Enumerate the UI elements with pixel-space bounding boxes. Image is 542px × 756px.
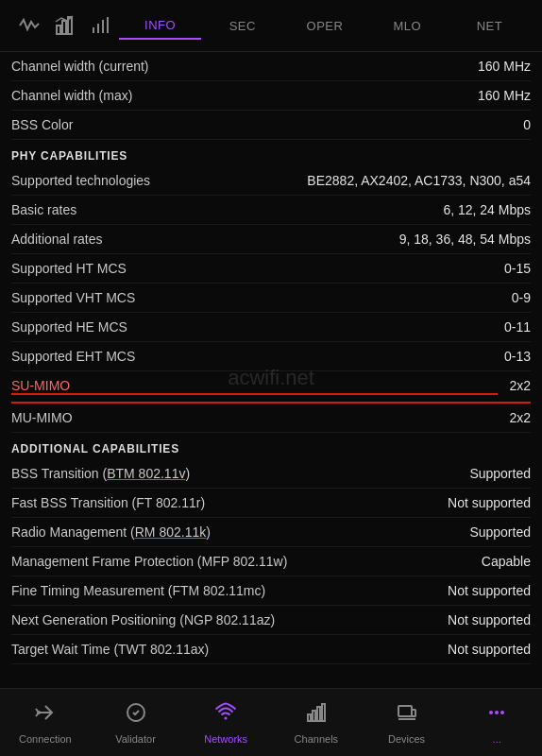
nav-validator[interactable]: Validator — [91, 696, 181, 750]
row-fast-bss: Fast BSS Transition (FT 802.11r) Not sup… — [11, 489, 531, 518]
svg-rect-14 — [398, 706, 412, 716]
additional-section-header: ADDITIONAL CAPABILITIES — [11, 433, 531, 459]
row-mu-mimo: MU-MIMO 2x2 — [11, 404, 531, 433]
link-rm[interactable]: RM 802.11k — [135, 524, 206, 540]
tab-mlo[interactable]: MLO — [366, 13, 449, 39]
channels-icon — [305, 701, 328, 730]
value-channel-width-max: 160 MHz — [478, 88, 531, 103]
nav-more[interactable]: ... — [451, 696, 542, 750]
svg-rect-0 — [57, 26, 60, 34]
value-he-mcs: 0-11 — [504, 319, 531, 335]
nav-networks-label: Networks — [204, 733, 247, 745]
label-fast-bss: Fast BSS Transition (FT 802.11r) — [11, 495, 436, 510]
row-additional-rates: Additional rates 9, 18, 36, 48, 54 Mbps — [11, 225, 531, 254]
value-mfp: Capable — [482, 554, 531, 569]
value-radio-mgmt: Supported — [469, 524, 531, 540]
nav-channels[interactable]: Channels — [271, 696, 362, 750]
row-vht-mcs: Supported VHT MCS 0-9 — [11, 284, 531, 313]
row-channel-width-max: Channel width (max) 160 MHz — [11, 81, 531, 111]
phy-section-header: PHY CAPABILITIES — [11, 140, 531, 166]
svg-rect-10 — [308, 714, 311, 721]
row-he-mcs: Supported HE MCS 0-11 — [11, 313, 531, 342]
label-he-mcs: Supported HE MCS — [11, 319, 493, 335]
value-su-mimo: 2x2 — [509, 378, 531, 393]
row-su-mimo: SU-MIMO 2x2 — [11, 371, 531, 404]
nav-validator-label: Validator — [115, 733, 156, 745]
tab-graph1[interactable] — [11, 8, 47, 43]
row-supported-tech: Supported technologies BE2882, AX2402, A… — [11, 166, 531, 196]
label-bss-color: BSS Color — [11, 117, 512, 132]
wifi-icon — [214, 701, 237, 730]
row-ngp: Next Generation Positioning (NGP 802.11a… — [11, 606, 531, 635]
svg-point-17 — [489, 711, 493, 714]
top-nav: INFO SEC OPER MLO NET — [0, 0, 542, 52]
label-ht-mcs: Supported HT MCS — [11, 261, 493, 276]
svg-rect-11 — [313, 711, 315, 721]
row-bss-color: BSS Color 0 — [11, 111, 531, 140]
nav-channels-label: Channels — [295, 733, 338, 745]
validator-icon — [125, 701, 147, 730]
nav-more-label: ... — [493, 733, 501, 745]
row-ftm: Fine Timing Measurement (FTM 802.11mc) N… — [11, 576, 531, 606]
label-additional-rates: Additional rates — [11, 232, 388, 247]
tab-oper[interactable]: OPER — [283, 13, 365, 39]
devices-icon — [396, 701, 418, 730]
row-eht-mcs: Supported EHT MCS 0-13 — [11, 342, 531, 371]
nav-connection-label: Connection — [19, 733, 72, 745]
tab-bars[interactable] — [83, 8, 119, 43]
label-channel-width-max: Channel width (max) — [11, 88, 466, 103]
label-radio-mgmt: Radio Management (RM 802.11k) — [11, 524, 458, 540]
value-eht-mcs: 0-13 — [504, 349, 531, 364]
label-channel-width-current: Channel width (current) — [11, 59, 466, 74]
value-bss-color: 0 — [523, 117, 531, 132]
tab-net[interactable]: NET — [449, 13, 531, 39]
label-bss-transition: BSS Transition (BTM 802.11v) — [11, 466, 458, 481]
connection-icon — [34, 701, 57, 730]
value-ht-mcs: 0-15 — [504, 261, 531, 276]
label-mu-mimo: MU-MIMO — [11, 410, 498, 425]
value-additional-rates: 9, 18, 36, 48, 54 Mbps — [399, 232, 531, 247]
value-bss-transition: Supported — [469, 466, 531, 481]
link-btm[interactable]: BTM 802.11v — [107, 466, 185, 481]
svg-point-19 — [500, 711, 504, 714]
value-twt: Not supported — [448, 642, 531, 657]
row-mfp: Management Frame Protection (MFP 802.11w… — [11, 547, 531, 576]
svg-rect-13 — [322, 704, 325, 721]
row-radio-mgmt: Radio Management (RM 802.11k) Supported — [11, 518, 531, 547]
value-channel-width-current: 160 MHz — [478, 59, 531, 74]
label-eht-mcs: Supported EHT MCS — [11, 349, 493, 364]
value-ngp: Not supported — [448, 612, 531, 627]
more-icon — [485, 701, 508, 730]
tab-sec[interactable]: SEC — [201, 13, 283, 39]
label-mfp: Management Frame Protection (MFP 802.11w… — [11, 554, 470, 569]
svg-rect-1 — [62, 21, 66, 34]
bottom-nav: Connection Validator Networks — [0, 688, 542, 756]
row-twt: Target Wait Time (TWT 802.11ax) Not supp… — [11, 635, 531, 664]
value-ftm: Not supported — [448, 583, 531, 598]
row-ht-mcs: Supported HT MCS 0-15 — [11, 254, 531, 284]
svg-rect-16 — [412, 710, 415, 716]
row-basic-rates: Basic rates 6, 12, 24 Mbps — [11, 196, 531, 225]
tab-graph2[interactable] — [47, 8, 83, 43]
svg-point-9 — [225, 716, 228, 719]
svg-point-18 — [495, 711, 499, 714]
nav-devices-label: Devices — [388, 733, 425, 745]
value-basic-rates: 6, 12, 24 Mbps — [443, 202, 531, 217]
nav-networks[interactable]: Networks — [180, 696, 271, 750]
tab-info[interactable]: INFO — [119, 12, 201, 40]
nav-devices[interactable]: Devices — [362, 696, 452, 750]
label-vht-mcs: Supported VHT MCS — [11, 290, 500, 305]
row-bss-transition: BSS Transition (BTM 802.11v) Supported — [11, 459, 531, 489]
label-ngp: Next Generation Positioning (NGP 802.11a… — [11, 612, 436, 627]
label-ftm: Fine Timing Measurement (FTM 802.11mc) — [11, 583, 436, 598]
svg-rect-12 — [317, 707, 320, 721]
label-supported-tech: Supported technologies — [11, 173, 296, 188]
value-vht-mcs: 0-9 — [512, 290, 531, 305]
nav-connection[interactable]: Connection — [0, 696, 91, 750]
main-content: Channel width (current) 160 MHz Channel … — [0, 52, 542, 687]
value-supported-tech: BE2882, AX2402, AC1733, N300, a54 — [307, 173, 531, 188]
row-channel-width-current: Channel width (current) 160 MHz — [11, 52, 531, 81]
value-fast-bss: Not supported — [448, 495, 531, 510]
value-mu-mimo: 2x2 — [509, 410, 531, 425]
label-su-mimo: SU-MIMO — [11, 378, 498, 395]
